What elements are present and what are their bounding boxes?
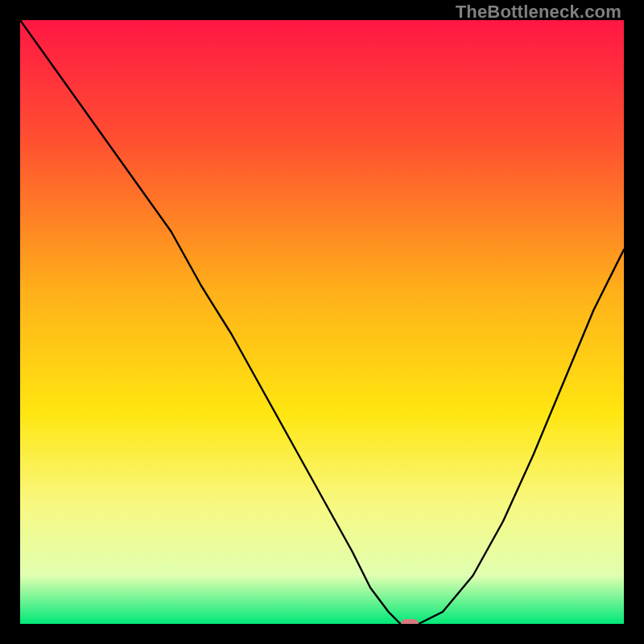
bottleneck-curve: [20, 20, 624, 624]
plot-area: [20, 20, 624, 624]
optimal-marker: [401, 619, 419, 624]
chart-frame: TheBottleneck.com: [0, 0, 644, 644]
watermark-text: TheBottleneck.com: [456, 2, 621, 23]
